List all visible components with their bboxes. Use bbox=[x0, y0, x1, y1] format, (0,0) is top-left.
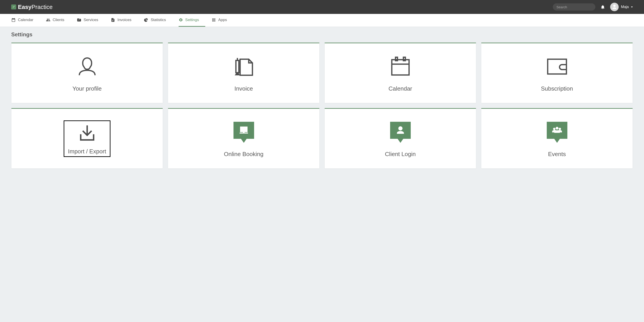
card-label: Client Login bbox=[385, 151, 416, 158]
brand-text: EasyPractice bbox=[18, 4, 53, 11]
avatar-icon bbox=[612, 4, 617, 10]
avatar bbox=[610, 3, 619, 11]
svg-rect-6 bbox=[548, 59, 566, 74]
calendar-icon bbox=[11, 18, 16, 22]
page-title: Settings bbox=[11, 31, 633, 38]
card-label: Events bbox=[548, 151, 566, 158]
topbar-right: Maja bbox=[553, 3, 633, 11]
wallet-icon bbox=[545, 54, 570, 79]
bell-icon bbox=[600, 5, 605, 10]
svg-rect-0 bbox=[236, 60, 239, 73]
laptop-icon bbox=[238, 125, 250, 136]
svg-rect-4 bbox=[396, 57, 398, 61]
svg-rect-2 bbox=[392, 60, 409, 75]
card-online-booking[interactable]: Online Booking bbox=[168, 108, 320, 169]
profile-icon bbox=[75, 54, 100, 79]
search-input[interactable] bbox=[556, 5, 599, 9]
statistics-icon bbox=[144, 18, 148, 22]
user-name: Maja bbox=[621, 5, 629, 9]
svg-rect-8 bbox=[240, 127, 247, 132]
card-your-profile[interactable]: Your profile bbox=[11, 43, 163, 103]
client-login-icon bbox=[390, 120, 411, 144]
chevron-down-icon bbox=[631, 7, 633, 8]
card-invoice[interactable]: Invoice bbox=[168, 43, 320, 103]
nav-apps[interactable]: Apps bbox=[212, 14, 233, 27]
card-import-export[interactable]: Import / Export bbox=[11, 108, 163, 169]
nav-calendar[interactable]: Calendar bbox=[11, 14, 40, 27]
card-client-login[interactable]: Client Login bbox=[324, 108, 476, 169]
main-nav: Calendar Clients Services Invoices Stati… bbox=[0, 14, 644, 27]
invoices-icon bbox=[111, 18, 115, 22]
card-label: Import / Export bbox=[68, 148, 106, 155]
invoice-icon bbox=[232, 54, 256, 79]
services-icon bbox=[77, 18, 81, 22]
apps-icon bbox=[212, 18, 216, 22]
download-icon bbox=[76, 124, 98, 144]
card-label: Your profile bbox=[72, 85, 102, 92]
card-label: Subscription bbox=[541, 85, 573, 92]
card-events[interactable]: Events bbox=[481, 108, 633, 169]
nav-settings[interactable]: Settings bbox=[178, 14, 205, 27]
svg-point-10 bbox=[243, 132, 244, 133]
settings-icon bbox=[178, 18, 183, 22]
notifications-button[interactable] bbox=[600, 5, 605, 10]
nav-clients[interactable]: Clients bbox=[46, 14, 70, 27]
settings-grid: Your profile Invoice bbox=[11, 43, 633, 169]
logo-checkmark-icon bbox=[11, 5, 16, 10]
nav-services[interactable]: Services bbox=[77, 14, 104, 27]
card-label: Invoice bbox=[234, 85, 253, 92]
brand-logo[interactable]: EasyPractice bbox=[11, 4, 53, 11]
nav-statistics[interactable]: Statistics bbox=[144, 14, 172, 27]
people-icon bbox=[552, 125, 563, 136]
card-label: Online Booking bbox=[224, 151, 263, 158]
calendar-card-icon bbox=[388, 54, 413, 79]
search-box[interactable] bbox=[553, 3, 596, 11]
events-icon bbox=[547, 120, 567, 144]
topbar: EasyPractice Maja bbox=[0, 0, 644, 14]
svg-rect-5 bbox=[403, 57, 405, 61]
card-label: Calendar bbox=[388, 85, 412, 92]
user-menu[interactable]: Maja bbox=[610, 3, 633, 11]
card-calendar[interactable]: Calendar bbox=[324, 43, 476, 103]
import-export-highlight: Import / Export bbox=[64, 120, 110, 157]
page-content: Settings Your profile Invo bbox=[0, 27, 644, 178]
clients-icon bbox=[46, 18, 50, 22]
online-booking-icon bbox=[234, 120, 254, 144]
nav-invoices[interactable]: Invoices bbox=[111, 14, 138, 27]
person-icon bbox=[395, 125, 406, 136]
card-subscription[interactable]: Subscription bbox=[481, 43, 633, 103]
